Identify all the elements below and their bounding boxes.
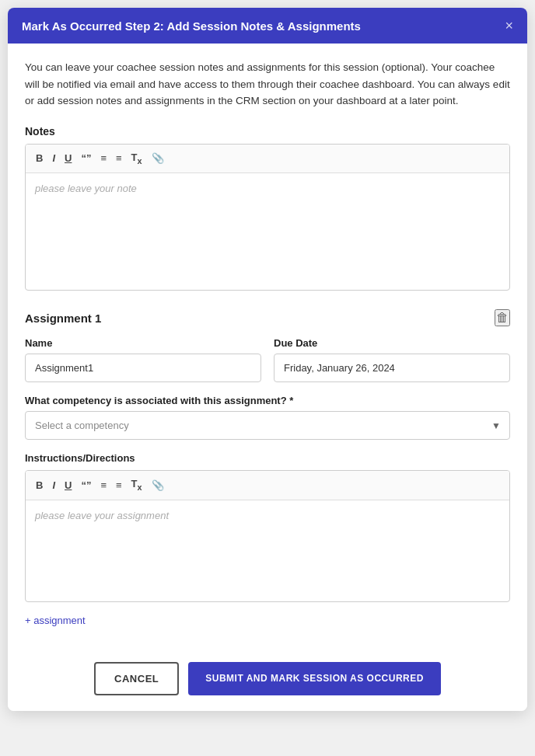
notes-editor-box: B I U “” ≡ ≡ Tx 📎 please leave your note: [25, 144, 510, 291]
add-assignment-link[interactable]: + assignment: [25, 615, 86, 626]
assign-quote-button[interactable]: “”: [79, 479, 93, 492]
assignment-name-input[interactable]: [25, 354, 261, 382]
modal-body: You can leave your coachee session notes…: [8, 44, 527, 650]
name-duedate-row: Name Due Date: [25, 337, 510, 382]
assign-ordered-list-button[interactable]: ≡: [98, 479, 109, 492]
assign-attach-button[interactable]: 📎: [149, 479, 166, 492]
assign-italic-button[interactable]: I: [50, 479, 58, 492]
due-date-label: Due Date: [274, 337, 510, 349]
assign-underline-button[interactable]: U: [62, 479, 74, 492]
notes-attach-button[interactable]: 📎: [149, 152, 166, 165]
instructions-group: Instructions/Directions B I U “” ≡ ≡ Tx …: [25, 452, 510, 601]
assignment-section: Assignment 1 🗑 Name Due Date What compet…: [25, 309, 510, 633]
assign-bold-button[interactable]: B: [33, 479, 45, 492]
notes-toolbar: B I U “” ≡ ≡ Tx 📎: [26, 145, 509, 173]
cancel-button[interactable]: CANCEL: [94, 662, 179, 695]
modal-footer: CANCEL SUBMIT AND MARK SESSION AS OCCURR…: [8, 650, 527, 711]
notes-bold-button[interactable]: B: [33, 152, 45, 165]
notes-section: Notes B I U “” ≡ ≡ Tx 📎 please leave you…: [25, 125, 510, 291]
close-button[interactable]: ×: [505, 19, 513, 33]
due-date-group: Due Date: [274, 337, 510, 382]
assignment-header: Assignment 1 🗑: [25, 309, 510, 326]
assign-clear-format-button[interactable]: Tx: [129, 477, 145, 493]
name-label: Name: [25, 337, 261, 349]
notes-underline-button[interactable]: U: [62, 152, 74, 165]
submit-button[interactable]: SUBMIT AND MARK SESSION AS OCCURRED: [188, 662, 441, 695]
instructions-label: Instructions/Directions: [25, 452, 510, 464]
notes-editor-content[interactable]: please leave your note: [26, 173, 509, 290]
assignment-editor-content[interactable]: please leave your assignment: [26, 500, 509, 601]
description-text: You can leave your coachee session notes…: [25, 59, 510, 110]
notes-label: Notes: [25, 125, 510, 138]
competency-group: What competency is associated with this …: [25, 395, 510, 440]
notes-clear-format-button[interactable]: Tx: [129, 151, 145, 166]
name-group: Name: [25, 337, 261, 382]
notes-italic-button[interactable]: I: [50, 152, 58, 165]
notes-unordered-list-button[interactable]: ≡: [114, 152, 124, 165]
assignment-editor-box: B I U “” ≡ ≡ Tx 📎 please leave your assi…: [25, 470, 510, 601]
competency-label: What competency is associated with this …: [25, 395, 510, 406]
modal-title: Mark As Occurred Step 2: Add Session Not…: [22, 19, 361, 33]
delete-assignment-button[interactable]: 🗑: [495, 309, 510, 326]
due-date-input[interactable]: [274, 354, 510, 382]
notes-quote-button[interactable]: “”: [79, 152, 93, 165]
modal-container: Mark As Occurred Step 2: Add Session Not…: [8, 8, 527, 711]
notes-ordered-list-button[interactable]: ≡: [98, 152, 109, 165]
modal-header: Mark As Occurred Step 2: Add Session Not…: [8, 8, 527, 44]
competency-select[interactable]: Select a competency: [25, 411, 510, 440]
assignment-toolbar: B I U “” ≡ ≡ Tx 📎: [26, 471, 509, 500]
assign-unordered-list-button[interactable]: ≡: [114, 479, 124, 492]
competency-select-wrapper: Select a competency ▼: [25, 411, 510, 440]
assignment-title: Assignment 1: [25, 312, 101, 325]
